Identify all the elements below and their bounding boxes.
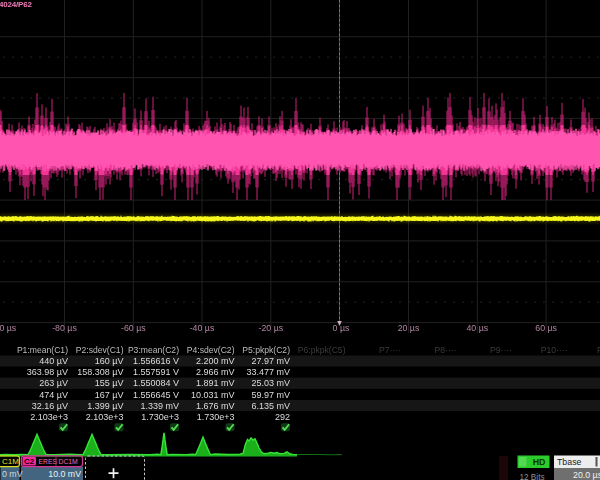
svg-text:12 Bits: 12 Bits <box>519 473 544 480</box>
svg-text:P6:pkpk(C5): P6:pkpk(C5) <box>298 345 346 355</box>
svg-text:27.97 mV: 27.97 mV <box>251 356 290 366</box>
svg-text:P10····: P10···· <box>541 345 568 355</box>
svg-text:1.339 mV: 1.339 mV <box>140 401 179 411</box>
svg-text:-80 µs: -80 µs <box>52 323 77 333</box>
svg-text:10.031 mV: 10.031 mV <box>191 390 235 400</box>
svg-text:1.550084 V: 1.550084 V <box>133 378 179 388</box>
svg-text:59.97 mV: 59.97 mV <box>251 390 290 400</box>
svg-text:P5:pkpk(C2): P5:pkpk(C2) <box>242 345 290 355</box>
svg-text:20.0 µs: 20.0 µs <box>573 470 600 480</box>
svg-text:C1M: C1M <box>2 457 19 466</box>
svg-text:363.98 µV: 363.98 µV <box>27 367 68 377</box>
svg-text:1.399 µV: 1.399 µV <box>87 401 123 411</box>
svg-text:P1:mean(C1): P1:mean(C1) <box>17 345 68 355</box>
svg-text:P8····: P8···· <box>435 345 457 355</box>
svg-text:20 µs: 20 µs <box>398 323 420 333</box>
svg-text:155 µV: 155 µV <box>95 378 124 388</box>
svg-text:0 mV: 0 mV <box>2 469 23 479</box>
svg-text:2.966 mV: 2.966 mV <box>196 367 235 377</box>
svg-text:-60 µs: -60 µs <box>121 323 146 333</box>
svg-text:1.557591 V: 1.557591 V <box>133 367 179 377</box>
svg-text:1.891 mV: 1.891 mV <box>196 378 235 388</box>
svg-text:25.03 mV: 25.03 mV <box>251 378 290 388</box>
svg-text:2.103e+3: 2.103e+3 <box>30 412 68 422</box>
svg-text:P7····: P7···· <box>379 345 401 355</box>
svg-text:2.103e+3: 2.103e+3 <box>86 412 124 422</box>
svg-text:DC1M: DC1M <box>59 458 79 465</box>
svg-text:1.676 mV: 1.676 mV <box>196 401 235 411</box>
svg-text:167 µV: 167 µV <box>95 390 124 400</box>
svg-text:160 µV: 160 µV <box>95 356 124 366</box>
svg-text:1.730e+3: 1.730e+3 <box>141 412 179 422</box>
svg-text:0 µs: 0 µs <box>333 323 350 333</box>
svg-text:1.556616 V: 1.556616 V <box>133 356 179 366</box>
svg-text:4024/P62: 4024/P62 <box>0 0 32 9</box>
svg-text:2.200 mV: 2.200 mV <box>196 356 235 366</box>
svg-text:60 µs: 60 µs <box>535 323 557 333</box>
svg-text:10.0 mV: 10.0 mV <box>48 469 81 479</box>
svg-text:1.556645 V: 1.556645 V <box>133 390 179 400</box>
svg-text:263 µV: 263 µV <box>39 378 68 388</box>
svg-text:1.730e+3: 1.730e+3 <box>197 412 235 422</box>
svg-text:P9····: P9···· <box>490 345 512 355</box>
svg-text:40 µs: 40 µs <box>466 323 488 333</box>
svg-text:HD: HD <box>533 457 546 467</box>
svg-text:ERES: ERES <box>39 458 58 465</box>
svg-text:-40 µs: -40 µs <box>190 323 215 333</box>
svg-text:158.308 µV: 158.308 µV <box>77 367 123 377</box>
svg-text:Tbase: Tbase <box>557 457 582 467</box>
svg-text:-100 µs: -100 µs <box>0 323 17 333</box>
svg-text:P3:mean(C2): P3:mean(C2) <box>128 345 179 355</box>
svg-text:440 µV: 440 µV <box>39 356 68 366</box>
svg-text:33.477 mV: 33.477 mV <box>246 367 290 377</box>
svg-text:292: 292 <box>275 412 290 422</box>
svg-text:32.16 µV: 32.16 µV <box>32 401 68 411</box>
svg-text:P4:sdev(C2): P4:sdev(C2) <box>187 345 235 355</box>
svg-text:P2:sdev(C1): P2:sdev(C1) <box>76 345 124 355</box>
svg-text:-20 µs: -20 µs <box>258 323 283 333</box>
svg-text:C2: C2 <box>24 457 35 466</box>
svg-text:6.135 mV: 6.135 mV <box>251 401 290 411</box>
svg-text:474 µV: 474 µV <box>39 390 68 400</box>
